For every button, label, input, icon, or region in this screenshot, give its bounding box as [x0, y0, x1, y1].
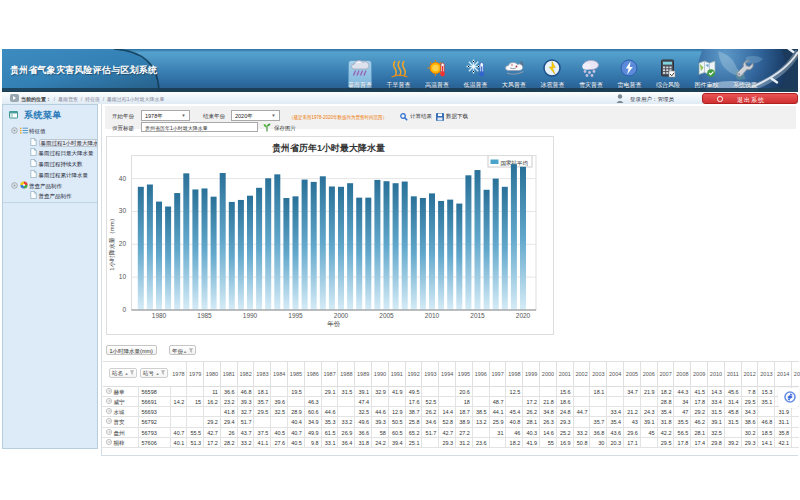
svg-text:年份: 年份: [327, 320, 341, 328]
svg-text:1小时降水量（mm）: 1小时降水量（mm）: [108, 215, 116, 270]
svg-text:10: 10: [119, 273, 127, 280]
svg-text:2015: 2015: [470, 312, 485, 319]
svg-text:贵州省历年1小时最大降水量: 贵州省历年1小时最大降水量: [272, 143, 385, 153]
svg-text:40: 40: [119, 175, 127, 182]
svg-text:2005: 2005: [379, 312, 394, 319]
svg-text:1995: 1995: [288, 312, 303, 319]
svg-text:30: 30: [119, 207, 127, 214]
svg-text:1980: 1980: [152, 312, 167, 319]
svg-text:1985: 1985: [197, 312, 212, 319]
svg-text:1990: 1990: [243, 312, 258, 319]
svg-text:2000: 2000: [334, 312, 349, 319]
svg-text:20: 20: [119, 240, 127, 247]
svg-text:0: 0: [122, 306, 126, 313]
svg-text:2020: 2020: [516, 312, 531, 319]
svg-text:2010: 2010: [425, 312, 440, 319]
